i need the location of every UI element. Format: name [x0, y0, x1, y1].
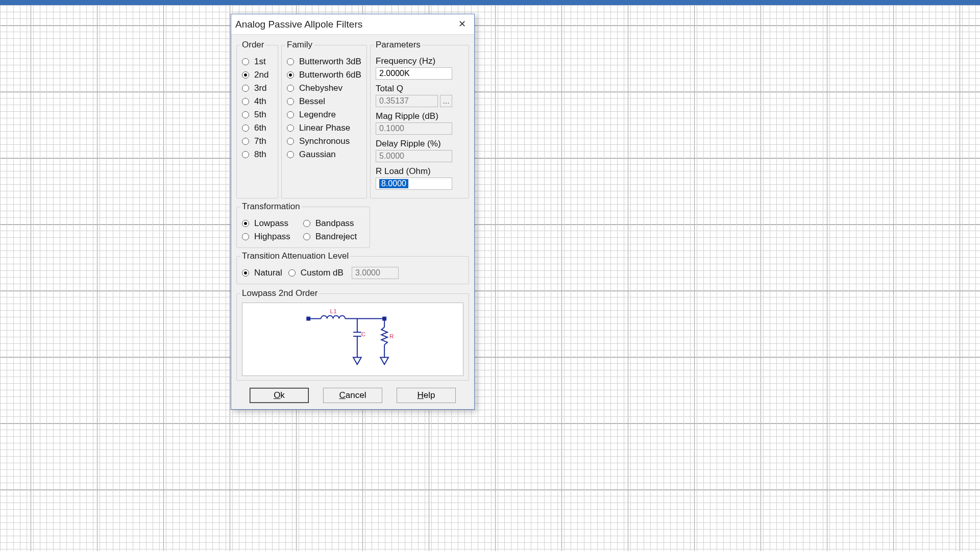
- order-radio-3rd[interactable]: 3rd: [242, 82, 273, 95]
- help-button[interactable]: Help: [397, 388, 456, 403]
- magripple-label: Mag Ripple (dB): [376, 111, 463, 121]
- transformation-legend: Transformation: [240, 202, 302, 212]
- order-radio-5th[interactable]: 5th: [242, 108, 273, 121]
- family-radio-bessel[interactable]: Bessel: [287, 95, 361, 108]
- app-titlebar-strip: [0, 0, 980, 5]
- totalq-label: Total Q: [376, 84, 463, 94]
- help-rest: elp: [424, 390, 435, 400]
- family-radio-bw6db[interactable]: Butterworth 6dB: [287, 68, 361, 82]
- svg-marker-14: [380, 358, 388, 365]
- close-button[interactable]: ✕: [453, 16, 471, 32]
- transformation-radio-lowpass[interactable]: Lowpass: [242, 217, 303, 230]
- circuit-preview: L1 C R: [242, 303, 463, 376]
- svg-text:R: R: [389, 333, 394, 340]
- rload-label: R Load (Ohm): [376, 166, 463, 177]
- family-radio-bw3db[interactable]: Butterworth 3dB: [287, 55, 361, 68]
- family-radio-legendre[interactable]: Legendre: [287, 108, 361, 121]
- cancel-button[interactable]: Cancel: [323, 388, 382, 403]
- frequency-label: Frequency (Hz): [376, 56, 463, 66]
- order-radio-6th[interactable]: 6th: [242, 121, 273, 135]
- ellipsis-icon: …: [443, 97, 450, 105]
- cancel-rest: ancel: [346, 390, 366, 400]
- order-group: Order 1st 2nd 3rd 4th 5th 6th 7th 8th: [236, 40, 278, 198]
- dialog-body: Order 1st 2nd 3rd 4th 5th 6th 7th 8th Fa…: [231, 35, 474, 409]
- transformation-group: Transformation Lowpass Bandpass Highpass…: [236, 202, 370, 248]
- family-group: Family Butterworth 3dB Butterworth 6dB C…: [281, 40, 367, 198]
- frequency-input[interactable]: 2.0000K: [376, 67, 452, 80]
- totalq-more-button[interactable]: …: [440, 95, 452, 107]
- dialog-titlebar[interactable]: Analog Passive Allpole Filters ✕: [231, 14, 474, 35]
- transformation-radio-highpass[interactable]: Highpass: [242, 230, 303, 243]
- family-radio-gaussian[interactable]: Gaussian: [287, 148, 361, 161]
- ok-rest: k: [280, 390, 285, 400]
- parameters-group: Parameters Frequency (Hz) 2.0000K Total …: [370, 40, 469, 198]
- tal-group: Transition Attenuation Level Natural Cus…: [236, 251, 469, 284]
- family-radio-linearphase[interactable]: Linear Phase: [287, 121, 361, 135]
- svg-rect-0: [306, 317, 310, 321]
- order-radio-7th[interactable]: 7th: [242, 135, 273, 148]
- order-legend: Order: [240, 40, 265, 50]
- dialog-button-row: Ok Cancel Help: [236, 388, 469, 403]
- tal-radio-customdb[interactable]: Custom dB: [288, 266, 344, 280]
- transformation-radio-bandreject[interactable]: Bandreject: [303, 230, 364, 243]
- tal-legend: Transition Attenuation Level: [240, 251, 350, 261]
- preview-legend: Lowpass 2nd Order: [240, 288, 319, 298]
- svg-marker-10: [353, 358, 361, 365]
- svg-text:L1: L1: [330, 308, 337, 315]
- tal-custom-input: 3.0000: [352, 267, 399, 279]
- svg-text:C: C: [361, 331, 366, 338]
- parameters-legend: Parameters: [374, 40, 422, 50]
- family-radio-synchronous[interactable]: Synchronous: [287, 135, 361, 148]
- family-legend: Family: [285, 40, 314, 50]
- filter-dialog: Analog Passive Allpole Filters ✕ Order 1…: [231, 14, 475, 410]
- preview-group: Lowpass 2nd Order L1: [236, 288, 469, 381]
- schematic-grid-canvas[interactable]: [0, 5, 980, 551]
- close-icon: ✕: [458, 18, 466, 30]
- totalq-input: 0.35137: [376, 95, 438, 107]
- dialog-title: Analog Passive Allpole Filters: [235, 19, 362, 30]
- tal-radio-natural[interactable]: Natural: [242, 266, 282, 280]
- family-radio-chebyshev[interactable]: Chebyshev: [287, 82, 361, 95]
- circuit-diagram-icon: L1 C R: [242, 303, 463, 375]
- rload-input[interactable]: 8.0000: [376, 178, 452, 190]
- delayripple-label: Delay Ripple (%): [376, 139, 463, 149]
- delayripple-input: 5.0000: [376, 150, 452, 162]
- transformation-radio-bandpass[interactable]: Bandpass: [303, 217, 364, 230]
- order-radio-1st[interactable]: 1st: [242, 55, 273, 68]
- magripple-input: 0.1000: [376, 122, 452, 135]
- order-radio-4th[interactable]: 4th: [242, 95, 273, 108]
- order-radio-2nd[interactable]: 2nd: [242, 68, 273, 82]
- order-radio-8th[interactable]: 8th: [242, 148, 273, 161]
- ok-button[interactable]: Ok: [250, 388, 309, 403]
